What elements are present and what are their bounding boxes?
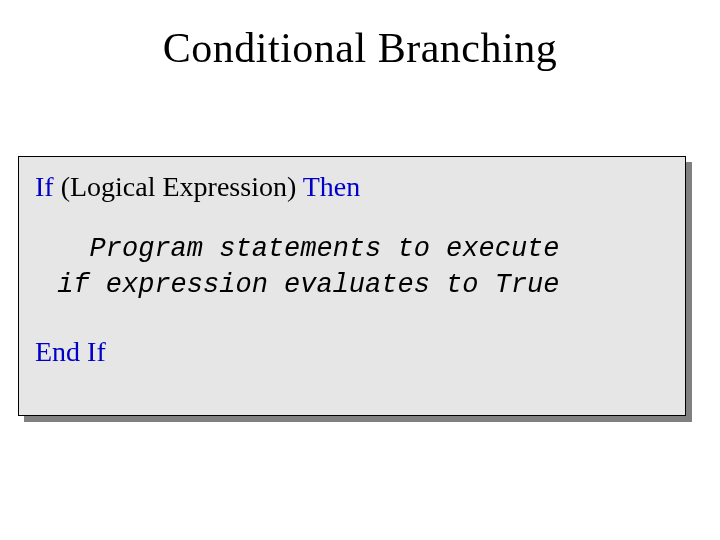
keyword-endif: End If [35,336,106,367]
endif-line: End If [35,336,669,368]
code-box: If (Logical Expression) Then Program sta… [18,156,686,416]
if-line: If (Logical Expression) Then [35,171,669,203]
slide-title: Conditional Branching [0,24,720,72]
code-body: Program statements to execute if express… [41,231,669,304]
keyword-then: Then [303,171,361,202]
keyword-if: If [35,171,54,202]
logical-expression: (Logical Expression) [54,171,303,202]
slide: Conditional Branching If (Logical Expres… [0,0,720,540]
